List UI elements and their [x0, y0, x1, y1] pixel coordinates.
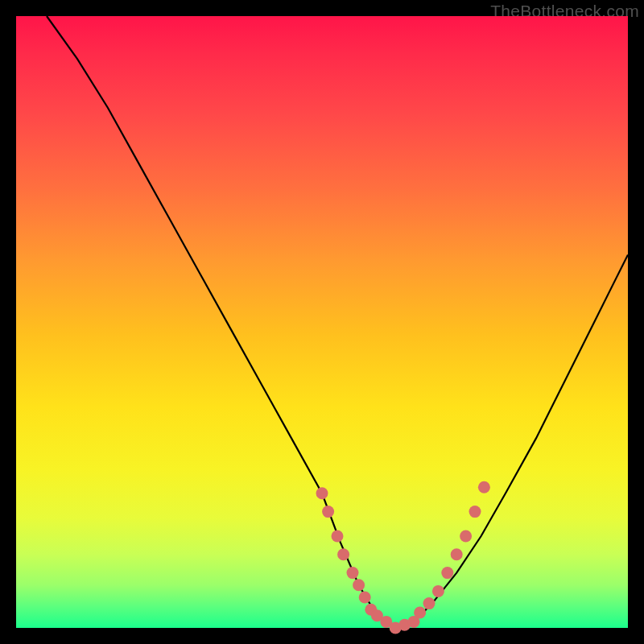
- trough-dot: [359, 592, 371, 604]
- trough-dot: [423, 597, 436, 609]
- trough-dot: [441, 567, 453, 579]
- trough-dot: [353, 579, 365, 591]
- trough-dot: [347, 567, 359, 579]
- trough-dot: [451, 548, 463, 560]
- trough-dot: [478, 481, 490, 493]
- trough-dot: [337, 548, 349, 560]
- chart-stage: TheBottleneck.com: [0, 0, 644, 644]
- plot-area: [16, 16, 628, 628]
- trough-dot: [460, 530, 472, 543]
- trough-dot: [414, 607, 426, 619]
- trough-dots-group: [316, 481, 490, 634]
- trough-dot: [432, 585, 444, 597]
- curve-svg: [16, 16, 628, 628]
- trough-dot: [316, 487, 328, 499]
- trough-dot: [469, 506, 481, 518]
- trough-dot: [332, 530, 344, 543]
- trough-dot: [322, 506, 334, 518]
